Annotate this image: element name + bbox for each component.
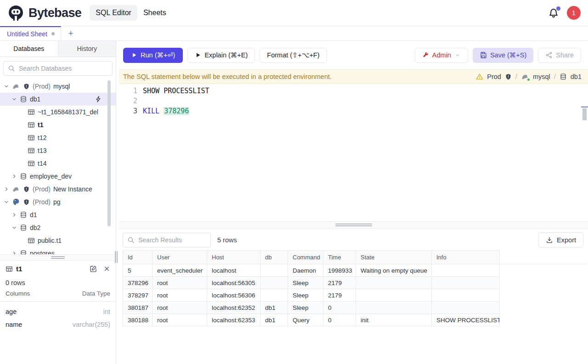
cell-db[interactable] (260, 264, 288, 277)
chevron-right-icon[interactable] (11, 212, 17, 218)
cell-time[interactable]: 2179 (323, 277, 356, 289)
search-databases-input[interactable] (3, 61, 113, 76)
cell-host[interactable]: localhost:62352 (207, 302, 260, 314)
chevron-right-icon[interactable] (11, 251, 17, 254)
search-results-input[interactable] (123, 233, 211, 247)
breadcrumb-instance[interactable]: mysql (533, 73, 550, 80)
cell-info[interactable] (432, 264, 500, 277)
results-resize-handle[interactable] (119, 221, 588, 229)
cell-host[interactable]: localhost:62353 (207, 314, 260, 326)
nav-sheets[interactable]: Sheets (137, 5, 172, 21)
tree-item-t14[interactable]: t14 (0, 157, 116, 170)
chevron-right-icon[interactable] (11, 174, 17, 179)
tab-history[interactable]: History (58, 41, 116, 56)
breadcrumb-environment[interactable]: Prod (487, 73, 501, 80)
schema-panel-resize-handle[interactable] (0, 254, 116, 261)
cell-user[interactable]: root (153, 302, 207, 314)
cell-time[interactable]: 2179 (323, 289, 356, 302)
run-button[interactable]: Run (⌘+⏎) (123, 48, 183, 63)
cell-db[interactable]: db1 (260, 314, 288, 326)
cell-command[interactable]: Query (288, 314, 323, 326)
cell-command[interactable]: Sleep (288, 277, 323, 289)
bytebase-logo[interactable] (7, 5, 24, 22)
tree-item-postgres[interactable]: postgres (0, 247, 116, 254)
admin-mode-button[interactable]: Admin (415, 48, 468, 63)
sidebar-resize-handle[interactable] (115, 251, 118, 263)
edit-table-icon[interactable] (90, 265, 97, 273)
schema-column-row[interactable]: ageint (0, 305, 116, 318)
cell-id[interactable]: 5 (123, 264, 153, 277)
sql-code-editor[interactable]: 123 SHOW PROCESSLISTKILL 378296 (119, 84, 588, 221)
cell-time[interactable]: 0 (323, 314, 356, 326)
nav-sql-editor[interactable]: SQL Editor (90, 5, 137, 21)
chevron-down-icon[interactable] (11, 96, 17, 102)
cell-state[interactable] (356, 302, 432, 314)
chevron-right-icon[interactable] (4, 186, 9, 192)
format-button[interactable]: Format (⇧+⌥+F) (260, 48, 327, 63)
tree-item-new-instance[interactable]: (Prod)New Instance (0, 183, 116, 196)
editor-scrollbar[interactable] (581, 84, 588, 221)
cell-id[interactable]: 378296 (123, 277, 153, 289)
lightning-icon[interactable] (95, 95, 102, 103)
code-line[interactable] (143, 96, 588, 106)
tree-item-employee-dev[interactable]: employee_dev (0, 170, 116, 183)
schema-column-row[interactable]: namevarchar(255) (0, 318, 116, 331)
code-line[interactable]: SHOW PROCESSLIST (143, 86, 588, 96)
cell-user[interactable]: event_scheduler (153, 264, 207, 277)
close-panel-icon[interactable] (103, 265, 110, 272)
cell-state[interactable]: Waiting on empty queue (356, 264, 432, 277)
cell-db[interactable] (260, 289, 288, 302)
tree-item-pg[interactable]: (Prod)pg (0, 196, 116, 208)
result-row[interactable]: 380187rootlocalhost:62352db1Sleep0 (123, 302, 587, 314)
share-button[interactable]: Share (538, 48, 581, 63)
tree-item-t13[interactable]: t13 (0, 144, 116, 157)
cell-command[interactable]: Daemon (288, 264, 323, 277)
cell-info[interactable]: SHOW PROCESSLIST (432, 314, 500, 326)
cell-user[interactable]: root (153, 277, 207, 289)
save-button[interactable]: Save (⌘+S) (473, 48, 533, 63)
tab-untitled-sheet[interactable]: Untitled Sheet (0, 26, 61, 40)
tree-item-t1-1658481371-del[interactable]: ~t1_1658481371_del (0, 106, 116, 118)
cell-state[interactable] (356, 289, 432, 302)
cell-db[interactable]: db1 (260, 302, 288, 314)
notifications-button[interactable] (548, 7, 559, 18)
scrollbar-thumb[interactable] (582, 108, 587, 120)
sidebar-scrollbar[interactable] (107, 80, 111, 226)
tree-item-t12[interactable]: t12 (0, 131, 116, 144)
cell-id[interactable]: 378297 (123, 289, 153, 302)
explain-button[interactable]: Explain (⌘+E) (187, 48, 255, 63)
cell-time[interactable]: 0 (323, 302, 356, 314)
cell-id[interactable]: 380187 (123, 302, 153, 314)
tree-item-d1[interactable]: d1 (0, 208, 116, 221)
code-lines[interactable]: SHOW PROCESSLISTKILL 378296 (143, 86, 588, 221)
breadcrumb-database[interactable]: db1 (571, 73, 582, 80)
tree-item-t1[interactable]: t1 (0, 118, 116, 131)
cell-host[interactable]: localhost:56306 (207, 289, 260, 302)
tree-item-db1[interactable]: db1 (0, 93, 116, 106)
result-row[interactable]: 378296rootlocalhost:56305Sleep2179 (123, 277, 587, 289)
result-row[interactable]: 378297rootlocalhost:56306Sleep2179 (123, 289, 587, 302)
cell-info[interactable] (432, 277, 500, 289)
result-row[interactable]: 380188rootlocalhost:62353db1Query0initSH… (123, 314, 587, 326)
cell-user[interactable]: root (153, 314, 207, 326)
cell-state[interactable] (356, 277, 432, 289)
chevron-down-icon[interactable] (4, 84, 9, 89)
cell-id[interactable]: 380188 (123, 314, 153, 326)
cell-state[interactable]: init (356, 314, 432, 326)
cell-host[interactable]: localhost:56305 (207, 277, 260, 289)
chevron-down-icon[interactable] (4, 199, 9, 205)
cell-command[interactable]: Sleep (288, 289, 323, 302)
cell-info[interactable] (432, 302, 500, 314)
avatar[interactable]: 1 (567, 6, 581, 20)
cell-info[interactable] (432, 289, 500, 302)
cell-command[interactable]: Sleep (288, 302, 323, 314)
code-line[interactable]: KILL 378296 (143, 106, 588, 116)
cell-time[interactable]: 1998933 (323, 264, 356, 277)
tree-item-mysql[interactable]: (Prod)mysql (0, 80, 116, 93)
result-row[interactable]: 5event_schedulerlocalhostDaemon1998933Wa… (123, 264, 587, 277)
tree-item-public-t1[interactable]: public.t1 (0, 234, 116, 247)
tree-item-db2[interactable]: db2 (0, 221, 116, 234)
chevron-down-icon[interactable] (11, 225, 17, 230)
cell-host[interactable]: localhost (207, 264, 260, 277)
add-sheet-button[interactable]: + (61, 26, 80, 40)
